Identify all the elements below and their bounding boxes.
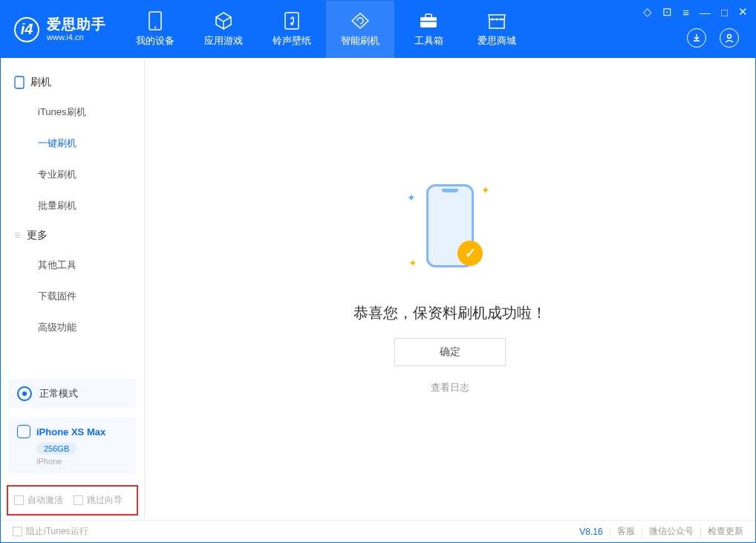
checkbox-block-itunes[interactable]: 阻止iTunes运行 (13, 525, 88, 538)
device-name: iPhone XS Max (36, 426, 105, 438)
statusbar: 阻止iTunes运行 V8.16 | 客服 | 微信公众号 | 检查更新 (1, 520, 755, 542)
nav-tab-device[interactable]: 我的设备 (121, 1, 189, 58)
link-wechat[interactable]: 微信公众号 (649, 525, 694, 538)
nav-tab-store[interactable]: 爱思商城 (463, 1, 531, 58)
sidebar-item-oneclick-flash[interactable]: 一键刷机 (1, 128, 144, 159)
sidebar-item-itunes-flash[interactable]: iTunes刷机 (1, 97, 144, 128)
nav-tab-ringtone[interactable]: 铃声壁纸 (258, 1, 326, 58)
app-title: 爱思助手 (47, 17, 106, 33)
nav-tab-flash[interactable]: 智能刷机 (326, 1, 394, 58)
hamburger-icon: ≡ (14, 229, 21, 242)
shirt-icon[interactable]: ◇ (643, 5, 652, 19)
sidebar-item-batch-flash[interactable]: 批量刷机 (1, 190, 144, 221)
sidebar-section-more: ≡ 更多 (1, 221, 144, 250)
logo-icon: i4 (14, 17, 39, 42)
mode-card[interactable]: 正常模式 (8, 379, 137, 409)
sidebar-item-pro-flash[interactable]: 专业刷机 (1, 159, 144, 190)
sidebar: 刷机 iTunes刷机 一键刷机 专业刷机 批量刷机 ≡ 更多 其他工具 下载固… (1, 58, 145, 520)
svg-rect-5 (426, 14, 431, 18)
success-illustration: ✦ ✦ ✦ ✓ (413, 184, 487, 288)
link-support[interactable]: 客服 (617, 525, 635, 538)
refresh-icon (351, 11, 370, 30)
svg-rect-6 (420, 21, 437, 22)
toolbox-icon (419, 11, 438, 30)
checkbox-icon (13, 527, 22, 536)
header-actions (687, 28, 739, 48)
device-phone-icon (17, 425, 30, 438)
checkbox-icon (14, 495, 24, 505)
user-icon[interactable] (720, 28, 739, 48)
check-badge-icon: ✓ (457, 241, 483, 266)
device-card[interactable]: iPhone XS Max 256GB iPhone (8, 417, 137, 473)
main-content: ✦ ✦ ✦ ✓ 恭喜您，保资料刷机成功啦！ 确定 查看日志 (145, 58, 755, 520)
maximize-icon[interactable]: □ (721, 6, 728, 19)
checkbox-auto-activate[interactable]: 自动激活 (14, 494, 63, 507)
highlight-options: 自动激活 跳过向导 (7, 485, 138, 516)
sidebar-item-advanced[interactable]: 高级功能 (1, 312, 144, 343)
nav-tab-apps[interactable]: 应用游戏 (189, 1, 258, 58)
minimize-icon[interactable]: — (700, 6, 711, 19)
cube-icon (214, 11, 233, 30)
store-icon (487, 11, 506, 30)
sidebar-item-download-firmware[interactable]: 下载固件 (1, 281, 144, 312)
nav-tab-toolbox[interactable]: 工具箱 (394, 1, 463, 58)
logo-area: i4 爱思助手 www.i4.cn (1, 1, 121, 58)
mode-icon (17, 386, 32, 401)
device-icon (146, 11, 165, 30)
svg-point-10 (728, 35, 731, 39)
device-type: iPhone (36, 457, 128, 466)
sidebar-section-flash: 刷机 (1, 68, 144, 97)
checkbox-skip-guide[interactable]: 跳过向导 (74, 494, 123, 507)
svg-point-1 (154, 27, 156, 28)
success-message: 恭喜您，保资料刷机成功啦！ (353, 303, 547, 323)
window-controls: ◇ ⊡ ≡ — □ ✕ (643, 5, 748, 19)
download-icon[interactable] (687, 28, 706, 48)
svg-rect-4 (420, 17, 437, 27)
feedback-icon[interactable]: ⊡ (662, 5, 672, 19)
link-check-update[interactable]: 检查更新 (708, 525, 743, 538)
view-log-link[interactable]: 查看日志 (431, 381, 469, 394)
phone-outline-icon (14, 76, 25, 89)
svg-point-9 (501, 19, 503, 21)
sidebar-item-other-tools[interactable]: 其他工具 (1, 250, 144, 281)
app-header: i4 爱思助手 www.i4.cn 我的设备 应用游戏 铃声壁纸 智能刷机 工具… (1, 1, 755, 58)
version-label: V8.16 (579, 527, 602, 537)
checkbox-icon (74, 495, 83, 505)
device-storage-badge: 256GB (36, 443, 76, 455)
svg-point-3 (290, 22, 293, 25)
close-icon[interactable]: ✕ (738, 5, 748, 19)
svg-point-8 (496, 19, 498, 21)
app-url: www.i4.cn (47, 33, 106, 42)
svg-point-7 (492, 19, 494, 21)
music-icon (282, 11, 302, 30)
menu-icon[interactable]: ≡ (682, 6, 689, 19)
svg-rect-2 (285, 13, 299, 29)
nav-tabs: 我的设备 应用游戏 铃声壁纸 智能刷机 工具箱 爱思商城 (121, 1, 531, 58)
confirm-button[interactable]: 确定 (394, 338, 506, 366)
svg-rect-11 (15, 77, 24, 88)
